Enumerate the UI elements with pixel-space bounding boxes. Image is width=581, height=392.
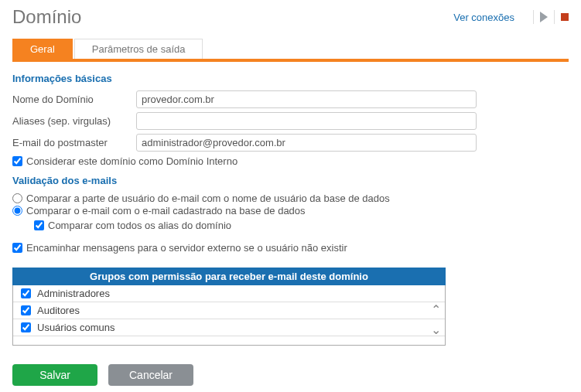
divider — [554, 10, 555, 24]
tab-output-params[interactable]: Parâmetros de saída — [74, 39, 203, 59]
view-connections-link[interactable]: Ver conexões — [453, 12, 514, 23]
group-label: Usuários comuns — [37, 322, 114, 333]
divider — [533, 10, 534, 24]
chevron-down-icon[interactable]: ⌄ — [431, 324, 441, 336]
aliases-label: Aliases (sep. virgulas) — [12, 115, 136, 127]
save-button[interactable]: Salvar — [12, 364, 97, 386]
list-item[interactable]: Usuários comuns — [13, 319, 445, 336]
chevron-up-icon[interactable]: ⌃ — [431, 304, 441, 316]
aliases-input[interactable] — [136, 112, 477, 130]
compare-email-db-label: Comparar o e-mail com o e-mail cadastrad… — [26, 205, 306, 216]
page-title: Domínio — [12, 6, 81, 28]
list-item[interactable]: Administradores — [13, 285, 445, 302]
groups-header: Grupos com permissão para receber e-mail… — [12, 268, 446, 285]
domain-name-input[interactable] — [136, 90, 477, 108]
forward-external-checkbox[interactable] — [12, 243, 22, 253]
group-checkbox[interactable] — [21, 305, 31, 315]
group-label: Auditores — [37, 305, 80, 316]
groups-list: Administradores Auditores Usuários comun… — [12, 285, 446, 346]
cancel-button[interactable]: Cancelar — [108, 364, 193, 386]
group-checkbox[interactable] — [21, 322, 31, 332]
internal-domain-label: Considerar este domínio como Domínio Int… — [26, 155, 238, 167]
postmaster-label: E-mail do postmaster — [12, 137, 136, 148]
section-validation-title: Validação dos e-mails — [12, 175, 569, 186]
domain-name-label: Nome do Domínio — [12, 94, 136, 105]
play-icon[interactable] — [540, 12, 548, 22]
internal-domain-checkbox[interactable] — [12, 156, 22, 166]
compare-all-alias-checkbox[interactable] — [34, 220, 44, 230]
tab-general[interactable]: Geral — [12, 39, 73, 59]
list-item[interactable]: Auditores — [13, 302, 445, 319]
section-basic-title: Informações básicas — [12, 73, 569, 84]
compare-email-db-radio[interactable] — [12, 206, 22, 216]
group-checkbox[interactable] — [21, 288, 31, 298]
forward-external-label: Encaminhar mensagens para o servidor ext… — [26, 242, 347, 254]
tabs: Geral Parâmetros de saída — [12, 39, 569, 62]
stop-icon[interactable] — [561, 13, 569, 21]
compare-all-alias-label: Comparar com todos os alias do domínio — [48, 220, 231, 231]
compare-user-part-label: Comparar a parte de usuário do e-mail co… — [26, 193, 390, 204]
group-label: Administradores — [37, 288, 110, 299]
postmaster-input[interactable] — [136, 134, 477, 152]
compare-user-part-radio[interactable] — [12, 193, 22, 203]
